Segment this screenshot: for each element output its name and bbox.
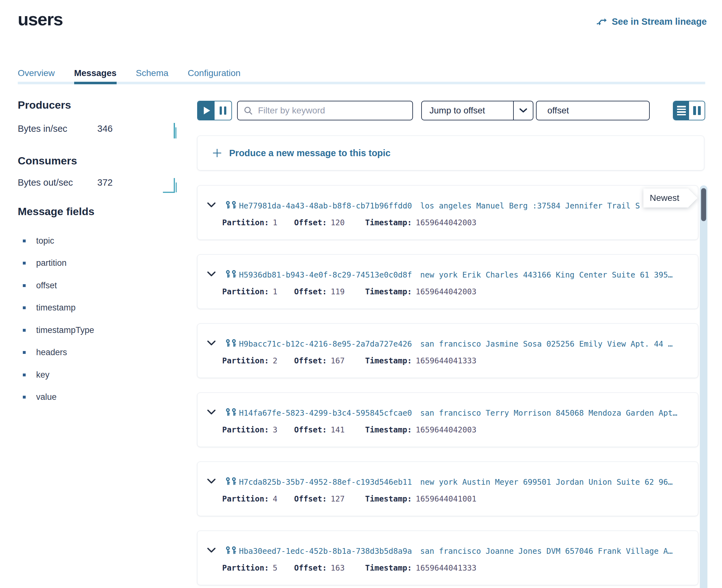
tab-messages[interactable]: Messages: [74, 62, 117, 84]
message-card[interactable]: Hba30eed7-1edc-452b-8b1a-738d3b5d8a9a sa…: [197, 531, 698, 585]
pause-icon: [220, 106, 226, 115]
message-summary: los angeles Manuel Berg :37584 Jennifer …: [420, 201, 640, 210]
message-key: He77981da-4a43-48ab-b8f8-cb71b96ffdd0: [239, 201, 412, 210]
key-icon: [231, 201, 236, 209]
message-summary: san francisco Terry Morrison 845068 Mend…: [420, 408, 677, 418]
offset-label: Offset:: [294, 494, 327, 503]
partition-value: 2: [273, 356, 277, 365]
partition-label: Partition:: [222, 563, 269, 572]
key-icon: [225, 270, 230, 278]
message-card[interactable]: H5936db81-b943-4e0f-8c29-74513e0c0d8f ne…: [197, 254, 698, 309]
key-icon: [225, 339, 230, 347]
message-card[interactable]: H14fa67fe-5823-4299-b3c4-595845cfcae0 sa…: [197, 393, 698, 447]
consumers-heading: Consumers: [18, 154, 77, 167]
page-title: users: [18, 9, 63, 29]
newest-tooltip: Newest: [643, 189, 688, 208]
partition-label: Partition:: [222, 287, 269, 296]
partition-value: 1: [273, 218, 277, 227]
bytes-out-value: 372: [97, 177, 112, 188]
chevron-down-icon[interactable]: [207, 202, 216, 208]
producers-heading: Producers: [18, 99, 71, 111]
key-icon: [225, 546, 230, 554]
message-field-label: timestampType: [36, 326, 94, 335]
message-meta: Partition: 5 Offset: 163 Timestamp: 1659…: [222, 563, 476, 572]
chevron-down-icon[interactable]: [207, 340, 216, 346]
key-icon: [231, 546, 236, 554]
timestamp-label: Timestamp:: [365, 563, 412, 572]
timestamp-label: Timestamp:: [365, 218, 412, 227]
bytes-in-sparkline: [170, 120, 181, 140]
timestamp-value: 1659644042003: [416, 425, 477, 434]
bullet-icon: [23, 351, 26, 354]
pause-button[interactable]: [214, 101, 231, 120]
message-field-item: value: [23, 386, 94, 409]
scrollbar-thumb[interactable]: [701, 188, 706, 221]
column-view-button[interactable]: [689, 101, 705, 120]
message-key: Hba30eed7-1edc-452b-8b1a-738d3b5d8a9a: [239, 546, 412, 556]
message-card[interactable]: H9bacc71c-b12c-4216-8e95-2a7da727e426 sa…: [197, 323, 698, 378]
offset-label: Offset:: [294, 563, 327, 572]
stream-lineage-icon: [596, 17, 608, 27]
bullet-icon: [23, 239, 26, 243]
offset-label: Offset:: [294, 425, 327, 434]
message-meta: Partition: 1 Offset: 119 Timestamp: 1659…: [222, 287, 476, 296]
tab-configuration[interactable]: Configuration: [188, 62, 241, 84]
offset-value: 119: [331, 287, 345, 296]
newest-tooltip-label: Newest: [650, 193, 679, 203]
offset-value: 163: [331, 563, 345, 572]
message-key: H7cda825b-35b7-4952-88ef-c193d546eb11: [239, 478, 412, 487]
play-button[interactable]: [198, 101, 214, 120]
key-icons: [225, 339, 236, 347]
keyword-filter-input[interactable]: [257, 105, 407, 116]
message-field-item: timestamp: [23, 297, 94, 319]
bullet-icon: [23, 374, 26, 376]
timestamp-label: Timestamp:: [365, 425, 412, 434]
select-chevron-zone[interactable]: [513, 101, 533, 120]
key-icon: [225, 201, 230, 209]
offset-label: Offset:: [294, 218, 327, 227]
bullet-icon: [23, 396, 26, 399]
stream-lineage-label: See in Stream lineage: [612, 17, 707, 27]
timestamp-value: 1659644042003: [416, 218, 477, 227]
tab-schema[interactable]: Schema: [136, 62, 169, 84]
message-field-item: headers: [23, 341, 94, 364]
jump-to-offset-select[interactable]: Jump to offset: [421, 101, 533, 120]
offset-search-input[interactable]: [547, 105, 662, 116]
key-icon: [231, 339, 236, 347]
play-pause-toggle: [197, 101, 232, 120]
message-card[interactable]: H7cda825b-35b7-4952-88ef-c193d546eb11 ne…: [197, 462, 698, 516]
key-icon: [231, 270, 236, 278]
chevron-down-icon: [519, 108, 528, 113]
partition-label: Partition:: [222, 356, 269, 365]
message-line: He77981da-4a43-48ab-b8f8-cb71b96ffdd0 lo…: [239, 200, 692, 212]
chevron-down-icon[interactable]: [207, 409, 216, 415]
partition-label: Partition:: [222, 218, 269, 227]
key-icons: [225, 477, 236, 485]
view-mode-toggle: [673, 101, 705, 120]
message-meta: Partition: 4 Offset: 127 Timestamp: 1659…: [222, 494, 476, 503]
bytes-in-value: 346: [97, 124, 112, 134]
message-field-item: key: [23, 364, 94, 386]
message-field-item: timestampType: [23, 319, 94, 341]
scrollbar-track[interactable]: [700, 185, 707, 588]
partition-label: Partition:: [222, 425, 269, 434]
key-icon: [231, 477, 236, 485]
message-summary: san francisco Jasmine Sosa 025256 Emily …: [420, 339, 673, 349]
message-line: H5936db81-b943-4e0f-8c29-74513e0c0d8f ne…: [239, 269, 692, 281]
chevron-down-icon[interactable]: [207, 547, 216, 553]
message-field-label: topic: [36, 236, 54, 246]
list-view-button[interactable]: [674, 101, 689, 120]
chevron-down-icon[interactable]: [207, 271, 216, 277]
tab-overview[interactable]: Overview: [18, 62, 55, 84]
message-summary: new york Austin Meyer 699501 Jordan Unio…: [420, 478, 673, 487]
message-card[interactable]: He77981da-4a43-48ab-b8f8-cb71b96ffdd0 lo…: [197, 185, 698, 240]
message-list: He77981da-4a43-48ab-b8f8-cb71b96ffdd0 lo…: [197, 185, 698, 588]
produce-message-button[interactable]: Produce a new message to this topic: [197, 135, 704, 170]
partition-value: 5: [273, 563, 277, 572]
key-icons: [225, 270, 236, 278]
stream-lineage-link[interactable]: See in Stream lineage: [596, 17, 707, 27]
keyword-filter: [237, 101, 413, 120]
chevron-down-icon[interactable]: [207, 478, 216, 484]
offset-value: 141: [331, 425, 345, 434]
tab-track: [18, 82, 705, 84]
